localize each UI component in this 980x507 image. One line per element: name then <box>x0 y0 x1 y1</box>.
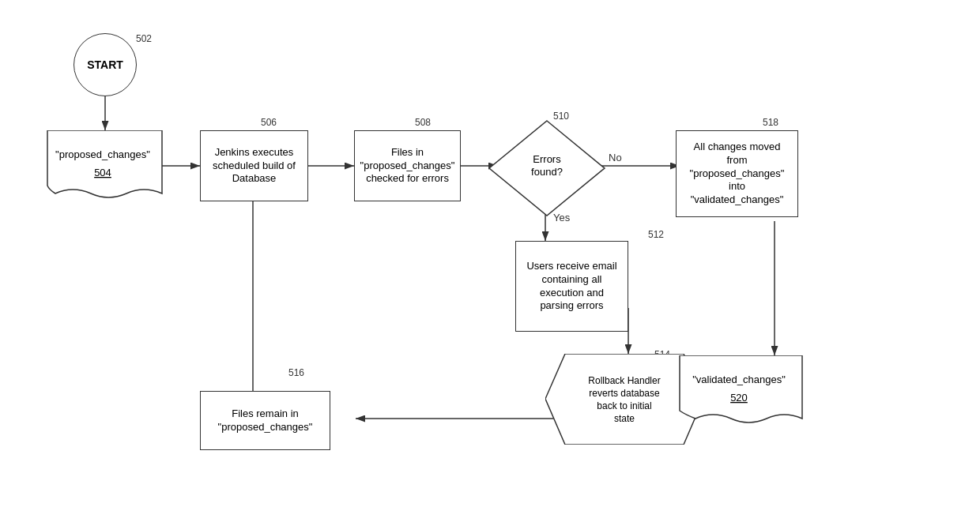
label-518: 518 <box>763 117 778 128</box>
no-label: No <box>609 152 622 163</box>
label-508: 508 <box>415 117 431 128</box>
files-check-node: Files in "proposed_changes" checked for … <box>354 130 461 201</box>
flowchart-diagram: START 502 "proposed_changes" 504 Jenkins… <box>0 0 980 507</box>
svg-text:reverts database: reverts database <box>589 388 660 399</box>
proposed-changes-tape: "proposed_changes" 504 <box>43 130 166 201</box>
users-email-node: Users receive email containing all execu… <box>515 241 628 332</box>
svg-text:504: 504 <box>94 167 111 178</box>
svg-text:back to initial: back to initial <box>597 400 651 411</box>
label-516: 516 <box>288 367 304 378</box>
all-changes-node: All changes moved from "proposed_changes… <box>676 130 798 217</box>
svg-text:520: 520 <box>730 392 748 404</box>
label-502: 502 <box>136 33 152 44</box>
errors-found-diamond: Errors found? <box>486 117 609 220</box>
label-506: 506 <box>261 117 277 128</box>
jenkins-node: Jenkins executes scheduled build of Data… <box>200 130 308 201</box>
svg-text:state: state <box>614 413 635 424</box>
svg-text:"proposed_changes": "proposed_changes" <box>55 148 150 160</box>
validated-changes-tape: "validated_changes" 520 <box>676 355 806 426</box>
svg-text:Errors: Errors <box>533 153 561 165</box>
svg-text:found?: found? <box>531 166 563 178</box>
start-node: START <box>74 33 137 96</box>
label-510: 510 <box>553 111 569 122</box>
yes-label: Yes <box>553 212 570 223</box>
label-512: 512 <box>648 229 664 240</box>
svg-text:"validated_changes": "validated_changes" <box>692 374 786 385</box>
svg-text:Rollback Handler: Rollback Handler <box>588 375 660 386</box>
arrows-layer <box>0 0 980 507</box>
files-remain-node: Files remain in "proposed_changes" <box>200 391 330 450</box>
